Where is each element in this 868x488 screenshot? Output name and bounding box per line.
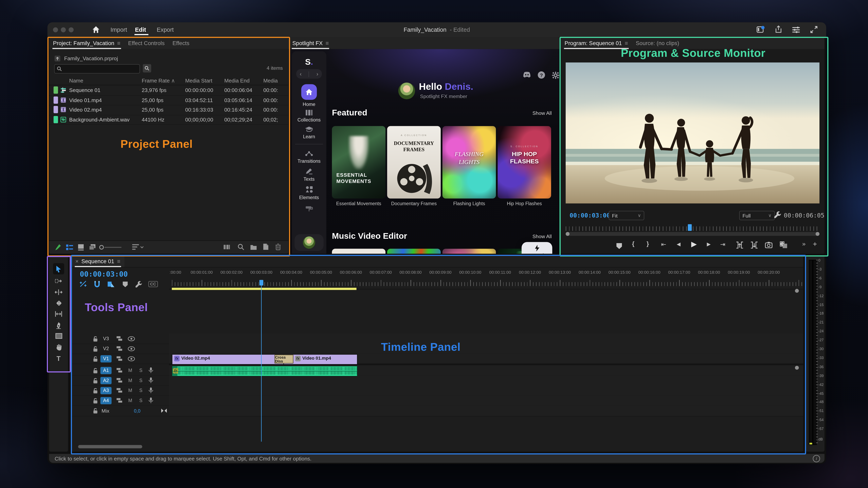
- new-item-icon[interactable]: [263, 243, 269, 251]
- voiceover-mic-icon[interactable]: [149, 377, 154, 384]
- nav-home-tile[interactable]: [301, 84, 317, 100]
- panel-menu-icon[interactable]: ≡: [117, 258, 120, 264]
- step-back-button[interactable]: ◀: [677, 241, 681, 247]
- table-row[interactable]: Background-Ambient.wav 44100 Hz 00;00;00…: [49, 115, 288, 125]
- track-header-v1[interactable]: V1: [71, 354, 169, 364]
- track-select-forward-tool[interactable]: [49, 278, 68, 285]
- project-readout-icon[interactable]: [223, 243, 231, 250]
- trash-icon[interactable]: [275, 243, 281, 251]
- col-frame-rate[interactable]: Frame Rate ∧: [142, 77, 185, 84]
- toggle-track-output-eye-icon[interactable]: [128, 346, 135, 351]
- back-icon[interactable]: ‹: [300, 71, 302, 77]
- add-marker-button[interactable]: [616, 243, 622, 249]
- captions-icon[interactable]: CC: [149, 281, 158, 287]
- tab-spotlight-fx[interactable]: Spotlight FX≡: [288, 37, 333, 49]
- timeline-vscroll-knob[interactable]: [795, 289, 799, 293]
- track-lane-mix[interactable]: [169, 405, 803, 417]
- voiceover-mic-icon[interactable]: [149, 387, 154, 394]
- ripple-edit-tool[interactable]: [49, 289, 68, 296]
- col-media-end[interactable]: Media End: [224, 77, 263, 84]
- slip-tool[interactable]: [49, 311, 68, 317]
- fullscreen-icon[interactable]: [810, 26, 818, 36]
- close-icon[interactable]: ×: [75, 258, 79, 264]
- mute-button[interactable]: M: [127, 378, 134, 383]
- monitor-playhead[interactable]: [688, 224, 692, 231]
- label-swatch[interactable]: [54, 87, 58, 94]
- track-lane-v3[interactable]: [169, 333, 803, 344]
- sync-lock-icon[interactable]: [116, 336, 123, 341]
- sync-lock-icon[interactable]: [116, 356, 123, 361]
- add-button-icon[interactable]: +: [813, 240, 817, 248]
- music-editor-show-all[interactable]: Show All: [532, 234, 552, 239]
- tab-sequence[interactable]: × Sequence 01 ≡: [71, 255, 124, 267]
- linked-sequence-icon[interactable]: [107, 281, 115, 288]
- panel-menu-icon[interactable]: ≡: [117, 40, 120, 46]
- track-lane-a2[interactable]: [169, 375, 803, 386]
- play-button[interactable]: ▶: [691, 240, 697, 248]
- lock-icon[interactable]: [93, 387, 98, 393]
- track-header-v2[interactable]: V2: [71, 344, 169, 354]
- share-icon[interactable]: [774, 25, 783, 36]
- table-row[interactable]: Sequence 01 23,976 fps 00:00:00:00 00:00…: [49, 85, 288, 96]
- list-view-icon[interactable]: [66, 244, 73, 250]
- new-bin-icon[interactable]: [250, 243, 257, 250]
- help-icon[interactable]: ?: [538, 71, 545, 78]
- elements-icon[interactable]: [305, 186, 313, 193]
- lock-icon[interactable]: [93, 397, 98, 403]
- sync-lock-icon[interactable]: [116, 378, 123, 383]
- mark-in-button[interactable]: {: [632, 240, 634, 247]
- monitor-scrub-track[interactable]: [566, 232, 819, 236]
- rectangle-tool[interactable]: [49, 333, 68, 339]
- zoom-slider[interactable]: [99, 244, 122, 250]
- search-input[interactable]: [54, 64, 140, 73]
- track-header-a4[interactable]: A4 M S: [71, 395, 169, 406]
- solo-button[interactable]: S: [137, 378, 145, 383]
- voiceover-mic-icon[interactable]: [149, 397, 154, 404]
- mute-button[interactable]: M: [127, 388, 134, 393]
- forward-icon[interactable]: ›: [316, 71, 318, 77]
- panel-menu-icon[interactable]: ≡: [625, 40, 628, 46]
- learn-icon[interactable]: [305, 126, 313, 133]
- voiceover-mic-icon[interactable]: [149, 367, 154, 373]
- timeline-settings-wrench-icon[interactable]: [135, 281, 143, 288]
- scrub-end-knob[interactable]: [816, 232, 819, 236]
- sort-icon[interactable]: [132, 243, 144, 250]
- mute-button[interactable]: M: [127, 398, 134, 403]
- track-header-a3[interactable]: A3 M S: [71, 385, 169, 396]
- sync-lock-icon[interactable]: [116, 388, 123, 393]
- card-glitch[interactable]: [387, 249, 441, 254]
- track-lane-a4[interactable]: [169, 395, 803, 406]
- card-flashing-lights[interactable]: FLASHINGLIGHTS: [442, 126, 496, 198]
- sync-lock-icon[interactable]: [116, 346, 123, 351]
- linked-selection-icon[interactable]: [79, 281, 87, 288]
- timeline-ruler[interactable]: :00:00 00:00:01:00 00:00:02:00 00:00:03:…: [169, 270, 803, 290]
- icon-view-icon[interactable]: [78, 243, 84, 251]
- card-hip-hop-flashes[interactable]: S. COLLECTION HIP HOPFLASHES: [497, 126, 551, 198]
- work-area-bar[interactable]: [172, 288, 356, 290]
- keyframe-toggle-icon[interactable]: [161, 408, 167, 413]
- solo-button[interactable]: S: [137, 398, 145, 403]
- paint-roller-icon[interactable]: [305, 206, 313, 212]
- settings-sliders-icon[interactable]: [792, 26, 801, 36]
- track-header-v3[interactable]: V3: [71, 333, 169, 344]
- clip-audio-background-ambient[interactable]: fx: [172, 365, 358, 376]
- track-lane-a3[interactable]: [169, 385, 803, 396]
- razor-tool[interactable]: [49, 299, 68, 307]
- table-row[interactable]: Video 01.mp4 25,00 fps 03:04:52:11 03:05…: [49, 95, 288, 105]
- freeform-view-icon[interactable]: [89, 243, 96, 251]
- info-icon[interactable]: i: [813, 455, 820, 462]
- transitions-icon[interactable]: [305, 151, 313, 157]
- mute-button[interactable]: M: [127, 367, 134, 373]
- pen-tool[interactable]: [49, 322, 68, 329]
- settings-wrench-icon[interactable]: [774, 211, 782, 219]
- toggle-track-output-eye-icon[interactable]: [128, 356, 135, 361]
- lock-icon[interactable]: [93, 335, 98, 341]
- export-frame-button[interactable]: [765, 241, 773, 248]
- sidebar-item-learn[interactable]: Learn: [292, 134, 327, 139]
- lock-icon[interactable]: [93, 377, 98, 383]
- zoom-level-dropdown[interactable]: Fit∨: [609, 211, 644, 220]
- breadcrumb[interactable]: Family_Vacation.prproj: [64, 55, 118, 61]
- find-in-bin-icon[interactable]: [143, 64, 151, 72]
- lock-icon[interactable]: [93, 367, 98, 373]
- add-marker-icon[interactable]: [123, 282, 128, 287]
